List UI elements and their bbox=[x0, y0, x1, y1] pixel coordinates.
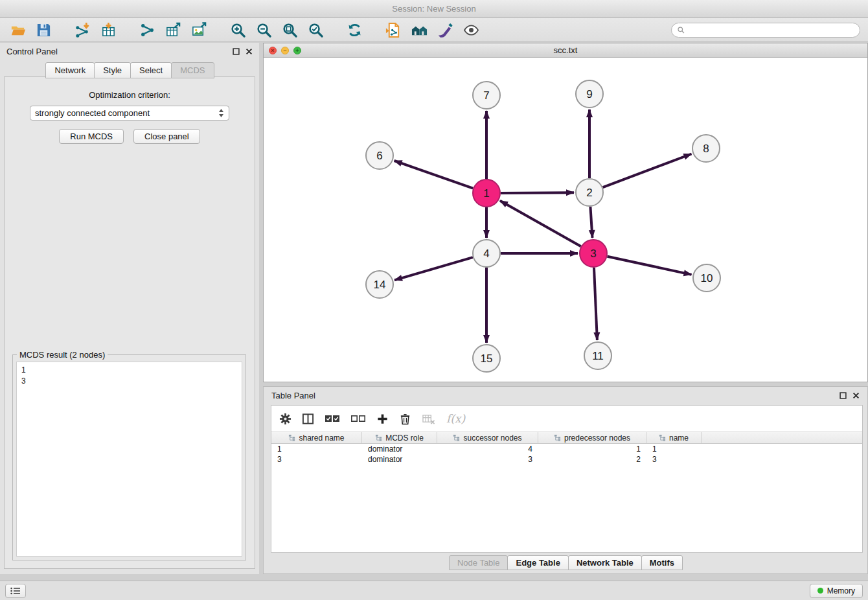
zoom-out-button[interactable] bbox=[254, 20, 273, 40]
minimize-window-icon[interactable]: − bbox=[281, 47, 289, 54]
close-panel-icon[interactable] bbox=[246, 48, 253, 55]
control-panel: Control Panel NetworkStyleSelectMCDS Opt… bbox=[0, 43, 259, 574]
graph-node-4[interactable]: 4 bbox=[473, 240, 500, 267]
column-header-shared-name[interactable]: shared name bbox=[271, 432, 362, 443]
criterion-dropdown[interactable]: strongly connected component bbox=[30, 106, 229, 121]
memory-button-label: Memory bbox=[827, 586, 855, 595]
table-settings-button[interactable] bbox=[279, 413, 291, 425]
graph-node-6[interactable]: 6 bbox=[366, 142, 393, 169]
graph-edge-4-14[interactable] bbox=[394, 257, 473, 280]
search-input[interactable] bbox=[689, 25, 854, 34]
column-header-mcds-role[interactable]: MCDS role bbox=[362, 432, 437, 443]
search-field[interactable] bbox=[671, 23, 860, 38]
graph-node-1[interactable]: 1 bbox=[473, 179, 500, 207]
import-network-button[interactable] bbox=[73, 20, 92, 40]
task-history-button[interactable] bbox=[5, 584, 26, 598]
mcds-result-box[interactable]: 13 bbox=[16, 362, 242, 557]
graph-edge-3-10[interactable] bbox=[608, 257, 692, 275]
column-header-successor-nodes[interactable]: successor nodes bbox=[437, 432, 538, 443]
memory-button[interactable]: Memory bbox=[810, 584, 863, 598]
save-session-button[interactable] bbox=[34, 20, 53, 40]
network-snapshot-button[interactable] bbox=[383, 20, 403, 40]
tab-network[interactable]: Network bbox=[45, 62, 95, 78]
export-image-button[interactable] bbox=[189, 20, 209, 40]
close-panel-icon[interactable] bbox=[852, 392, 860, 399]
export-table-button[interactable] bbox=[163, 20, 183, 40]
close-window-icon[interactable]: × bbox=[269, 47, 277, 54]
table-cell[interactable]: 4 bbox=[437, 444, 538, 454]
tab-node-table[interactable]: Node Table bbox=[449, 555, 508, 570]
table-cell[interactable]: dominator bbox=[362, 444, 437, 454]
show-hide-button[interactable] bbox=[461, 20, 481, 40]
table-cell[interactable]: 1 bbox=[538, 444, 646, 454]
network-canvas[interactable]: 7968124314101511 bbox=[264, 58, 867, 382]
table-cell[interactable]: 2 bbox=[538, 454, 646, 465]
svg-text:11: 11 bbox=[592, 350, 604, 362]
tab-select[interactable]: Select bbox=[130, 62, 172, 78]
float-panel-icon[interactable] bbox=[839, 392, 847, 399]
mcds-pane: Optimization criterion: strongly connect… bbox=[4, 76, 255, 569]
show-columns-button[interactable] bbox=[302, 413, 314, 425]
table-cell[interactable]: 3 bbox=[271, 454, 362, 465]
table-cell[interactable]: dominator bbox=[362, 454, 437, 465]
table-toolbar: f(x) bbox=[271, 406, 862, 432]
graph-edge-3-1[interactable] bbox=[500, 201, 581, 246]
tab-motifs[interactable]: Motifs bbox=[641, 555, 683, 570]
function-builder-button[interactable]: f(x) bbox=[446, 412, 465, 425]
zoom-in-button[interactable] bbox=[228, 20, 247, 40]
column-sort-icon bbox=[288, 434, 295, 441]
zoom-fit-button[interactable] bbox=[280, 20, 299, 40]
graph-node-10[interactable]: 10 bbox=[693, 264, 720, 292]
graph-node-15[interactable]: 15 bbox=[473, 345, 500, 372]
new-network-button[interactable] bbox=[137, 20, 157, 40]
table-cell[interactable]: 1 bbox=[646, 444, 702, 454]
deselect-all-icon bbox=[350, 414, 366, 423]
close-panel-button[interactable]: Close panel bbox=[133, 129, 200, 144]
maximize-window-icon[interactable]: + bbox=[293, 47, 301, 54]
import-table-icon bbox=[100, 22, 117, 38]
float-panel-icon[interactable] bbox=[233, 48, 240, 55]
graph-edge-1-2[interactable] bbox=[501, 192, 574, 193]
graph-node-3[interactable]: 3 bbox=[580, 240, 607, 267]
graph-node-2[interactable]: 2 bbox=[576, 179, 603, 206]
tab-network-table[interactable]: Network Table bbox=[568, 555, 642, 570]
add-column-button[interactable] bbox=[376, 413, 389, 425]
network-graph[interactable]: 7968124314101511 bbox=[264, 58, 867, 382]
graph-edge-2-8[interactable] bbox=[603, 154, 692, 188]
graph-edge-2-3[interactable] bbox=[590, 207, 592, 238]
table-row[interactable]: 3dominator323 bbox=[271, 454, 862, 465]
select-all-button[interactable] bbox=[325, 414, 340, 423]
graph-node-8[interactable]: 8 bbox=[692, 135, 720, 162]
memory-status-icon bbox=[817, 588, 823, 594]
graph-node-14[interactable]: 14 bbox=[366, 271, 393, 298]
delete-column-button[interactable] bbox=[399, 413, 411, 425]
graph-node-11[interactable]: 11 bbox=[584, 342, 611, 369]
network-window-title: scc.txt bbox=[554, 45, 578, 55]
svg-text:9: 9 bbox=[586, 88, 592, 100]
first-neighbors-button[interactable] bbox=[409, 20, 429, 40]
deselect-all-button[interactable] bbox=[350, 414, 366, 423]
optimization-criterion-label: Optimization criterion: bbox=[5, 90, 255, 100]
tab-edge-table[interactable]: Edge Table bbox=[507, 555, 568, 570]
import-table-button[interactable] bbox=[98, 20, 118, 40]
graph-edge-1-6[interactable] bbox=[394, 161, 474, 189]
table-cell[interactable]: 3 bbox=[437, 454, 538, 465]
zoom-selected-button[interactable] bbox=[306, 20, 325, 40]
network-view-window: × − + scc.txt 7968124314101511 bbox=[263, 43, 868, 382]
table-cell[interactable]: 3 bbox=[646, 454, 702, 465]
refresh-button[interactable] bbox=[345, 20, 364, 40]
graph-edge-3-11[interactable] bbox=[594, 268, 597, 340]
table-row[interactable]: 1dominator411 bbox=[271, 444, 862, 454]
graph-node-7[interactable]: 7 bbox=[473, 82, 500, 109]
table-cell[interactable]: 1 bbox=[271, 444, 362, 454]
refresh-icon bbox=[347, 22, 363, 38]
graph-node-9[interactable]: 9 bbox=[576, 80, 603, 108]
open-session-button[interactable] bbox=[8, 20, 27, 40]
delete-table-button[interactable] bbox=[422, 413, 436, 425]
tab-mcds[interactable]: MCDS bbox=[171, 62, 214, 78]
column-header-name[interactable]: name bbox=[646, 432, 702, 443]
run-mcds-button[interactable]: Run MCDS bbox=[59, 129, 124, 144]
column-header-predecessor-nodes[interactable]: predecessor nodes bbox=[538, 432, 646, 443]
tab-style[interactable]: Style bbox=[94, 62, 131, 78]
apply-style-button[interactable] bbox=[435, 20, 455, 40]
